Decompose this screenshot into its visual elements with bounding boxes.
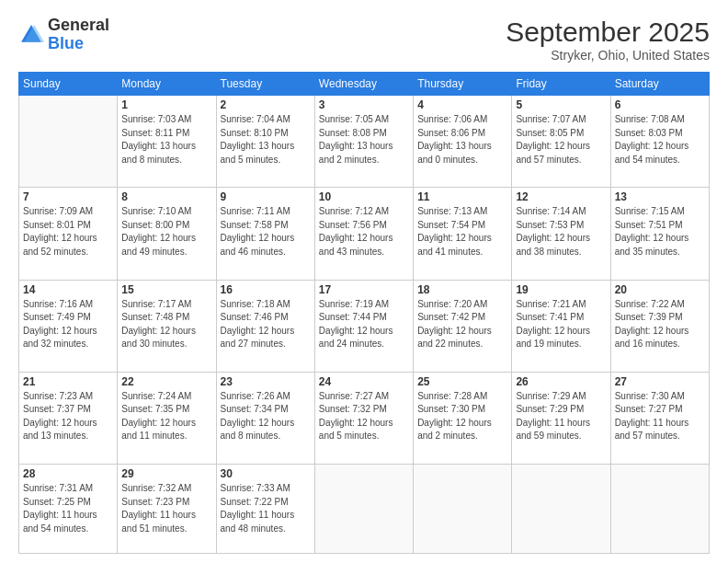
location: Stryker, Ohio, United States [506,48,710,63]
day-info: Sunrise: 7:26 AMSunset: 7:34 PMDaylight:… [221,390,311,443]
day-number: 15 [121,283,211,296]
day-info: Sunrise: 7:07 AMSunset: 8:05 PMDaylight:… [516,113,606,167]
table-row: 14Sunrise: 7:16 AMSunset: 7:49 PMDayligh… [19,280,118,372]
page: General Blue September 2025 Stryker, Ohi… [0,0,728,563]
day-number: 25 [417,375,507,388]
day-number: 27 [615,375,705,388]
title-block: September 2025 Stryker, Ohio, United Sta… [506,17,710,63]
table-row: 15Sunrise: 7:17 AMSunset: 7:48 PMDayligh… [118,280,216,372]
table-row: 13Sunrise: 7:15 AMSunset: 7:51 PMDayligh… [610,188,709,280]
logo: General Blue [18,17,109,53]
day-info: Sunrise: 7:32 AMSunset: 7:23 PMDaylight:… [121,482,211,535]
day-info: Sunrise: 7:15 AMSunset: 7:51 PMDaylight:… [615,205,705,259]
day-info: Sunrise: 7:30 AMSunset: 7:27 PMDaylight:… [615,390,705,443]
day-info: Sunrise: 7:12 AMSunset: 7:56 PMDaylight:… [319,205,409,259]
logo-general: General [48,16,109,34]
day-info: Sunrise: 7:22 AMSunset: 7:39 PMDaylight:… [615,298,705,351]
day-info: Sunrise: 7:20 AMSunset: 7:42 PMDaylight:… [417,298,507,351]
day-info: Sunrise: 7:14 AMSunset: 7:53 PMDaylight:… [516,205,606,259]
table-row: 18Sunrise: 7:20 AMSunset: 7:42 PMDayligh… [414,280,512,372]
table-row: 12Sunrise: 7:14 AMSunset: 7:53 PMDayligh… [512,188,610,280]
day-info: Sunrise: 7:24 AMSunset: 7:35 PMDaylight:… [121,390,211,443]
table-row: 3Sunrise: 7:05 AMSunset: 8:08 PMDaylight… [314,96,413,188]
table-row [314,465,413,554]
day-info: Sunrise: 7:09 AMSunset: 8:01 PMDaylight:… [23,205,113,259]
day-number: 26 [516,375,606,388]
calendar-week-row: 21Sunrise: 7:23 AMSunset: 7:37 PMDayligh… [19,372,710,464]
table-row [610,465,709,554]
day-info: Sunrise: 7:31 AMSunset: 7:25 PMDaylight:… [23,482,113,535]
table-row: 29Sunrise: 7:32 AMSunset: 7:23 PMDayligh… [118,465,216,554]
col-saturday: Saturday [610,73,709,96]
day-number: 9 [221,190,311,203]
table-row [512,465,610,554]
day-number: 18 [417,283,507,296]
day-number: 24 [319,375,409,388]
table-row: 7Sunrise: 7:09 AMSunset: 8:01 PMDaylight… [19,188,118,280]
day-info: Sunrise: 7:18 AMSunset: 7:46 PMDaylight:… [221,298,311,351]
logo-text: General Blue [48,17,109,53]
day-number: 1 [121,98,211,111]
day-number: 30 [221,467,311,480]
day-info: Sunrise: 7:28 AMSunset: 7:30 PMDaylight:… [417,390,507,443]
table-row [414,465,512,554]
day-number: 22 [121,375,211,388]
logo-icon [18,22,44,48]
table-row: 1Sunrise: 7:03 AMSunset: 8:11 PMDaylight… [118,96,216,188]
table-row: 2Sunrise: 7:04 AMSunset: 8:10 PMDaylight… [216,96,314,188]
day-info: Sunrise: 7:04 AMSunset: 8:10 PMDaylight:… [221,113,311,167]
day-number: 4 [417,98,507,111]
day-info: Sunrise: 7:06 AMSunset: 8:06 PMDaylight:… [417,113,507,167]
col-sunday: Sunday [19,73,118,96]
table-row: 30Sunrise: 7:33 AMSunset: 7:22 PMDayligh… [216,465,314,554]
day-number: 6 [615,98,705,111]
day-number: 23 [221,375,311,388]
calendar-table: Sunday Monday Tuesday Wednesday Thursday… [18,72,710,554]
day-info: Sunrise: 7:29 AMSunset: 7:29 PMDaylight:… [516,390,606,443]
day-number: 21 [23,375,113,388]
day-info: Sunrise: 7:08 AMSunset: 8:03 PMDaylight:… [615,113,705,167]
day-number: 11 [417,190,507,203]
month-title: September 2025 [506,17,710,48]
day-info: Sunrise: 7:27 AMSunset: 7:32 PMDaylight:… [319,390,409,443]
day-info: Sunrise: 7:03 AMSunset: 8:11 PMDaylight:… [121,113,211,167]
table-row [19,96,118,188]
col-thursday: Thursday [414,73,512,96]
table-row: 10Sunrise: 7:12 AMSunset: 7:56 PMDayligh… [314,188,413,280]
calendar-week-row: 1Sunrise: 7:03 AMSunset: 8:11 PMDaylight… [19,96,710,188]
day-number: 29 [121,467,211,480]
table-row: 27Sunrise: 7:30 AMSunset: 7:27 PMDayligh… [610,372,709,464]
weekday-header-row: Sunday Monday Tuesday Wednesday Thursday… [19,73,710,96]
day-number: 5 [516,98,606,111]
table-row: 17Sunrise: 7:19 AMSunset: 7:44 PMDayligh… [314,280,413,372]
table-row: 5Sunrise: 7:07 AMSunset: 8:05 PMDaylight… [512,96,610,188]
day-number: 20 [615,283,705,296]
table-row: 6Sunrise: 7:08 AMSunset: 8:03 PMDaylight… [610,96,709,188]
table-row: 22Sunrise: 7:24 AMSunset: 7:35 PMDayligh… [118,372,216,464]
day-info: Sunrise: 7:11 AMSunset: 7:58 PMDaylight:… [221,205,311,259]
day-info: Sunrise: 7:23 AMSunset: 7:37 PMDaylight:… [23,390,113,443]
day-info: Sunrise: 7:16 AMSunset: 7:49 PMDaylight:… [23,298,113,351]
day-number: 19 [516,283,606,296]
day-number: 17 [319,283,409,296]
table-row: 9Sunrise: 7:11 AMSunset: 7:58 PMDaylight… [216,188,314,280]
day-number: 28 [23,467,113,480]
day-info: Sunrise: 7:13 AMSunset: 7:54 PMDaylight:… [417,205,507,259]
col-tuesday: Tuesday [216,73,314,96]
table-row: 24Sunrise: 7:27 AMSunset: 7:32 PMDayligh… [314,372,413,464]
day-info: Sunrise: 7:17 AMSunset: 7:48 PMDaylight:… [121,298,211,351]
table-row: 28Sunrise: 7:31 AMSunset: 7:25 PMDayligh… [19,465,118,554]
table-row: 8Sunrise: 7:10 AMSunset: 8:00 PMDaylight… [118,188,216,280]
day-info: Sunrise: 7:21 AMSunset: 7:41 PMDaylight:… [516,298,606,351]
day-info: Sunrise: 7:19 AMSunset: 7:44 PMDaylight:… [319,298,409,351]
day-number: 2 [221,98,311,111]
day-number: 13 [615,190,705,203]
calendar-week-row: 7Sunrise: 7:09 AMSunset: 8:01 PMDaylight… [19,188,710,280]
table-row: 21Sunrise: 7:23 AMSunset: 7:37 PMDayligh… [19,372,118,464]
table-row: 25Sunrise: 7:28 AMSunset: 7:30 PMDayligh… [414,372,512,464]
day-number: 12 [516,190,606,203]
day-number: 14 [23,283,113,296]
header: General Blue September 2025 Stryker, Ohi… [18,17,710,63]
table-row: 26Sunrise: 7:29 AMSunset: 7:29 PMDayligh… [512,372,610,464]
table-row: 4Sunrise: 7:06 AMSunset: 8:06 PMDaylight… [414,96,512,188]
